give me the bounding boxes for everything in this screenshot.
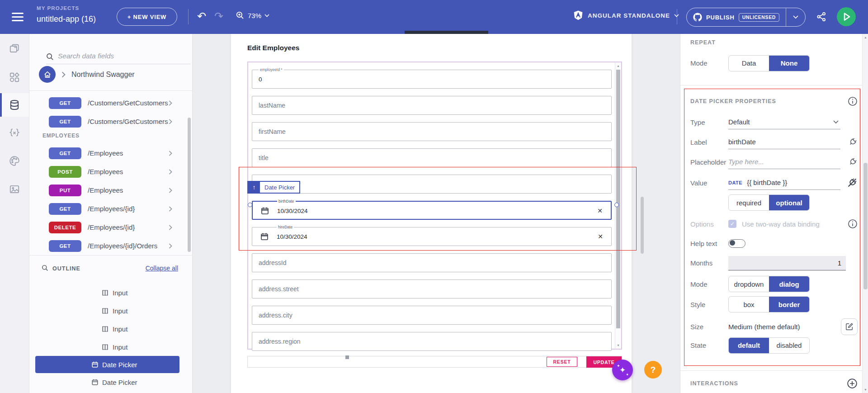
bind-icon[interactable] <box>848 157 858 167</box>
scrollbar-thumb[interactable] <box>863 163 868 289</box>
redo-icon[interactable]: ↷ <box>214 10 223 23</box>
select-parent-icon[interactable]: ↑ <box>248 182 260 193</box>
endpoint-row[interactable]: GET /Customers/GetCustomers... <box>29 112 192 131</box>
option-required[interactable]: required <box>729 195 769 210</box>
container-handle[interactable] <box>345 355 349 359</box>
calendar-icon[interactable] <box>261 207 269 215</box>
option-dropdown[interactable]: dropdown <box>729 276 769 292</box>
chevron-right-icon <box>169 100 172 106</box>
endpoint-row[interactable]: DELETE /Employees/{id} <box>29 218 192 237</box>
picker-mode-toggle[interactable]: dropdown dialog <box>728 276 810 292</box>
edit-form-container[interactable]: employeeId * employeeId * 0 lastName las… <box>247 62 622 350</box>
publish-button[interactable]: PUBLISH UNLICENSED <box>686 8 806 27</box>
endpoint-row[interactable]: POST /Employees <box>29 162 192 181</box>
canvas-scrollbar[interactable] <box>641 197 644 254</box>
rail-item-theme[interactable] <box>0 149 29 173</box>
scrollbar-thumb[interactable] <box>616 70 620 328</box>
form-input[interactable]: address.city address.city <box>252 306 612 325</box>
endpoint-row[interactable]: GET /Employees/{id}/Orders <box>29 237 192 255</box>
endpoint-row[interactable]: GET /Employees <box>29 144 192 162</box>
form-input[interactable]: address.street address.street <box>252 279 612 298</box>
months-input[interactable]: 1 <box>728 256 846 270</box>
menu-icon[interactable] <box>12 13 24 21</box>
rail-item-media[interactable] <box>0 178 29 201</box>
endpoint-row[interactable]: PUT /Employees <box>29 181 192 199</box>
rail-item-code[interactable] <box>0 121 29 145</box>
form-input[interactable]: lastName lastName <box>252 96 612 115</box>
rail-item-data[interactable] <box>0 93 29 117</box>
option-border[interactable]: border <box>769 297 809 312</box>
framework-label: ANGULAR STANDALONE <box>588 12 670 19</box>
picker-mode-label: Mode <box>690 280 728 288</box>
endpoint-row[interactable]: GET /Employees/{id} <box>29 199 192 218</box>
style-toggle[interactable]: box border <box>728 296 810 313</box>
clear-icon[interactable]: ✕ <box>597 207 603 214</box>
undo-icon[interactable]: ↶ <box>197 10 206 23</box>
add-icon[interactable] <box>847 378 858 389</box>
option-none[interactable]: None <box>769 56 809 71</box>
canvas-page[interactable]: Edit Employees employeeId * employeeId *… <box>231 34 632 393</box>
resize-handle-right[interactable] <box>614 203 619 207</box>
endpoint-row[interactable]: GET /Customers/GetCustomers... <box>29 94 192 112</box>
type-select[interactable]: Default <box>728 115 840 129</box>
form-input[interactable]: address.region address.region <box>252 332 612 351</box>
option-optional[interactable]: optional <box>769 195 809 210</box>
components-icon <box>9 71 20 83</box>
reset-button[interactable]: RESET <box>547 357 577 367</box>
outline-item[interactable]: Input <box>29 320 192 338</box>
value-binding[interactable]: DATE {{ birthDate }} <box>728 176 840 190</box>
form-input[interactable]: titleOfCourtesy titleOfCourtesy <box>252 175 612 194</box>
rail-item-pages[interactable] <box>0 37 29 61</box>
share-icon[interactable] <box>816 11 827 22</box>
inspector-scrollbar[interactable]: ▲ ▼ <box>862 34 868 393</box>
panel-scrollbar[interactable] <box>188 118 191 252</box>
outline-item[interactable]: Date Picker <box>35 356 179 373</box>
option-data[interactable]: Data <box>729 56 769 71</box>
outline-item[interactable]: Input <box>29 302 192 320</box>
clear-icon[interactable]: ✕ <box>598 233 603 240</box>
info-icon[interactable] <box>848 219 858 229</box>
form-input[interactable]: addressId addressId <box>252 253 612 272</box>
scroll-up-icon[interactable]: ▲ <box>864 36 867 39</box>
option-disabled[interactable]: disabled <box>769 338 809 353</box>
publish-main[interactable]: PUBLISH UNLICENSED <box>687 8 786 26</box>
scroll-down-icon[interactable]: ▼ <box>864 388 867 391</box>
scroll-down-icon[interactable]: ▼ <box>617 344 620 347</box>
help-text-toggle[interactable] <box>728 239 745 248</box>
repeat-mode-toggle[interactable]: Data None <box>728 55 810 71</box>
option-dialog[interactable]: dialog <box>769 276 809 292</box>
date-picker-widget[interactable]: birthDate 10/30/2024 ✕ <box>252 201 612 220</box>
rail-item-components[interactable] <box>0 66 29 89</box>
info-icon[interactable] <box>848 96 858 106</box>
label-input[interactable]: birthDate <box>728 135 840 149</box>
ai-assistant-button[interactable]: ✦ ✦ ✦ <box>612 360 633 380</box>
calendar-icon[interactable] <box>260 232 269 241</box>
option-box[interactable]: box <box>729 297 769 312</box>
outline-item[interactable]: Input <box>29 338 192 356</box>
selected-widget-tag[interactable]: ↑ Date Picker <box>247 181 300 194</box>
datasource-row[interactable]: Northwind Swagger <box>39 66 135 83</box>
resize-handle-left[interactable] <box>248 203 252 207</box>
form-input[interactable]: title title <box>252 148 612 167</box>
date-picker-widget[interactable]: hireDate 10/30/2024 ✕ <box>252 227 612 246</box>
preview-play-button[interactable] <box>837 7 856 26</box>
bind-icon[interactable] <box>848 137 858 147</box>
outline-item[interactable]: Date Picker <box>29 373 192 391</box>
unbind-icon[interactable] <box>847 177 858 188</box>
zoom-control[interactable]: 73% <box>236 11 269 20</box>
scroll-up-icon[interactable]: ▲ <box>617 64 620 67</box>
database-icon <box>9 99 20 111</box>
option-default[interactable]: default <box>729 338 769 353</box>
edit-icon[interactable] <box>841 318 858 335</box>
form-input[interactable]: firstName firstName <box>252 122 612 141</box>
outline-item[interactable]: Input <box>29 284 192 302</box>
collapse-all-link[interactable]: Collapse all <box>146 265 178 272</box>
placeholder-input[interactable]: Type here... <box>728 155 840 169</box>
required-toggle[interactable]: required optional <box>728 194 810 211</box>
form-input[interactable]: employeeId * employeeId * 0 <box>252 70 612 89</box>
framework-selector[interactable]: ANGULAR STANDALONE <box>573 10 679 21</box>
new-view-button[interactable]: + NEW VIEW <box>117 8 177 26</box>
help-button[interactable]: ? <box>644 361 662 379</box>
state-toggle[interactable]: default disabled <box>728 337 810 354</box>
publish-dropdown[interactable] <box>786 8 805 26</box>
